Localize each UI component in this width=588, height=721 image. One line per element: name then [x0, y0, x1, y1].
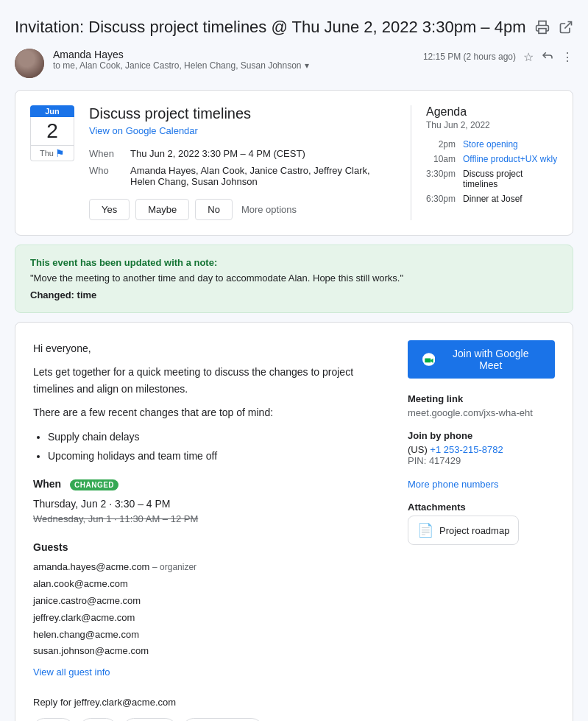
body-left: Hi everyone, Lets get together for a qui…: [33, 340, 384, 721]
phone-section: Join by phone (US) +1 253-215-8782 PIN: …: [408, 430, 555, 466]
meeting-link-section: Meeting link meet.google.com/jxs-wha-eht: [408, 393, 555, 418]
update-note-title: This event has been updated with a note:: [30, 257, 558, 268]
agenda-title: Agenda: [426, 105, 558, 119]
who-row: Who Amanda Hayes, Alan Cook, Janice Cast…: [89, 165, 393, 187]
reply-no-button[interactable]: No: [79, 718, 117, 721]
view-on-calendar-link[interactable]: View on Google Calendar: [89, 125, 393, 136]
greeting: Hi everyone,: [33, 340, 384, 356]
sender-name: Amanda Hayes: [53, 49, 414, 60]
phone-number-row: (US) +1 253-215-8782: [408, 444, 555, 455]
agenda-item-time: 10am: [426, 154, 456, 164]
print-icon[interactable]: [535, 20, 550, 35]
phone-label: Join by phone: [408, 430, 555, 441]
join-meet-button[interactable]: Join with Google Meet: [408, 340, 555, 379]
cal-flag-icon: ⚑: [55, 147, 65, 159]
timestamp: 12:15 PM (2 hours ago): [423, 52, 516, 62]
attachment-icon: 📄: [417, 522, 433, 538]
cal-month: Jun: [30, 105, 74, 117]
date-badge: Jun 2 Thu ⚑: [30, 105, 74, 220]
header-icons: [535, 20, 573, 35]
more-options-icon[interactable]: ⋮: [562, 50, 573, 64]
rsvp-yes-button[interactable]: Yes: [89, 199, 130, 220]
guest-item: amanda.hayes@acme.com – organizer: [33, 560, 384, 575]
when-section: When CHANGED Thursday, Jun 2 · 3:30 – 4 …: [33, 476, 384, 527]
bullet-item: Supply chain delays: [48, 429, 384, 445]
reply-buttons: YesNoMaybeMore options: [33, 718, 384, 721]
update-note-text: "Move the meeting to another time and da…: [30, 272, 558, 284]
calendar-left: Jun 2 Thu ⚑ Discuss project timelines Vi…: [30, 105, 393, 220]
reply-more-options-button[interactable]: More options: [183, 718, 263, 721]
attachments-section: Attachments 📄 Project roadmap: [408, 502, 555, 545]
event-title: Discuss project timelines: [89, 105, 393, 122]
phone-country: (US): [408, 444, 428, 455]
sender-meta: 12:15 PM (2 hours ago) ☆ ⋮: [423, 49, 573, 65]
email-subject: Invitation: Discuss project timelines @ …: [15, 18, 535, 37]
guest-list: amanda.hayes@acme.com – organizeralan.co…: [33, 560, 384, 659]
meeting-link-label: Meeting link: [408, 393, 555, 404]
sender-row: Amanda Hayes to me, Alan Cook, Janice Ca…: [15, 49, 573, 78]
agenda-item-event: Dinner at Josef: [463, 194, 523, 204]
open-new-window-icon[interactable]: [559, 20, 573, 35]
when-value: Thu Jun 2, 2022 3:30 PM – 4 PM (CEST): [130, 148, 305, 159]
body-card: Hi everyone, Lets get together for a qui…: [15, 322, 573, 721]
expand-recipients-icon[interactable]: ▾: [305, 60, 309, 71]
who-label: Who: [89, 165, 118, 187]
bullet-list: Supply chain delaysUpcoming holidays and…: [33, 429, 384, 465]
who-value: Amanda Hayes, Alan Cook, Janice Castro, …: [130, 165, 393, 187]
calendar-card: Jun 2 Thu ⚑ Discuss project timelines Vi…: [15, 90, 573, 236]
guest-email: janice.castro@acme.com: [33, 595, 141, 606]
reply-section: Reply for jeffrey.clark@acme.com YesNoMa…: [33, 695, 384, 721]
cal-day: 2: [30, 117, 74, 146]
cal-dow: Thu ⚑: [30, 146, 74, 161]
guest-email: alan.cook@acme.com: [33, 578, 128, 589]
svg-rect-0: [539, 29, 546, 34]
avatar: [15, 49, 44, 78]
sender-info: Amanda Hayes to me, Alan Cook, Janice Ca…: [53, 49, 414, 71]
guest-item: jeffrey.clark@acme.com: [33, 611, 384, 626]
guest-item: janice.castro@acme.com: [33, 594, 384, 609]
agenda-items: 2pmStore opening10amOffline product+UX w…: [426, 139, 558, 204]
reply-icon[interactable]: [541, 49, 554, 65]
rsvp-maybe-button[interactable]: Maybe: [135, 199, 189, 220]
update-changed: Changed: time: [30, 289, 558, 300]
reply-label: Reply for jeffrey.clark@acme.com: [33, 695, 384, 711]
agenda-item-time: 6:30pm: [426, 194, 456, 204]
agenda-panel: Agenda Thu Jun 2, 2022 2pmStore opening1…: [411, 105, 558, 220]
body-right: Join with Google Meet Meeting link meet.…: [408, 340, 555, 721]
cal-details: Discuss project timelines View on Google…: [89, 105, 393, 220]
reply-yes-button[interactable]: Yes: [33, 718, 74, 721]
more-phone-section: More phone numbers: [408, 478, 555, 490]
reply-maybe-button[interactable]: Maybe: [123, 718, 177, 721]
guest-role: – organizer: [152, 562, 196, 572]
changed-badge: CHANGED: [70, 479, 118, 490]
agenda-item: 3:30pmDiscuss project timelines: [426, 169, 558, 189]
agenda-item-event[interactable]: Store opening: [463, 139, 518, 150]
guest-email: susan.johnson@acme.com: [33, 645, 149, 656]
rsvp-buttons: Yes Maybe No More options: [89, 199, 393, 220]
when-current: Thursday, Jun 2 · 3:30 – 4 PM: [33, 496, 384, 512]
guest-item: susan.johnson@acme.com: [33, 644, 384, 659]
guest-email: amanda.hayes@acme.com: [33, 561, 149, 572]
attachment-chip[interactable]: 📄 Project roadmap: [408, 516, 519, 545]
when-row: When Thu Jun 2, 2022 3:30 PM – 4 PM (CES…: [89, 148, 393, 159]
view-all-guest-link[interactable]: View all guest info: [33, 665, 384, 680]
agenda-date: Thu Jun 2, 2022: [426, 120, 558, 130]
guest-item: helen.chang@acme.com: [33, 627, 384, 643]
agenda-item-event[interactable]: Offline product+UX wkly: [463, 154, 557, 164]
agenda-item-event: Discuss project timelines: [463, 169, 558, 189]
guests-title: Guests: [33, 539, 384, 555]
star-icon[interactable]: ☆: [523, 50, 534, 64]
phone-number[interactable]: +1 253-215-8782: [430, 444, 503, 455]
more-phone-link[interactable]: More phone numbers: [408, 479, 499, 490]
rsvp-more-options-link[interactable]: More options: [241, 204, 297, 215]
agenda-item: 2pmStore opening: [426, 139, 558, 150]
agenda-item-time: 2pm: [426, 139, 456, 150]
rsvp-no-button[interactable]: No: [195, 199, 233, 220]
agenda-item-time: 3:30pm: [426, 169, 456, 189]
body-para1: Lets get together for a quick meeting to…: [33, 364, 384, 397]
agenda-item: 10amOffline product+UX wkly: [426, 154, 558, 164]
attachment-name: Project roadmap: [439, 525, 509, 536]
bullet-item: Upcoming holidays and team time off: [48, 448, 384, 464]
svg-line-1: [564, 22, 571, 29]
attachments-label: Attachments: [408, 502, 555, 513]
